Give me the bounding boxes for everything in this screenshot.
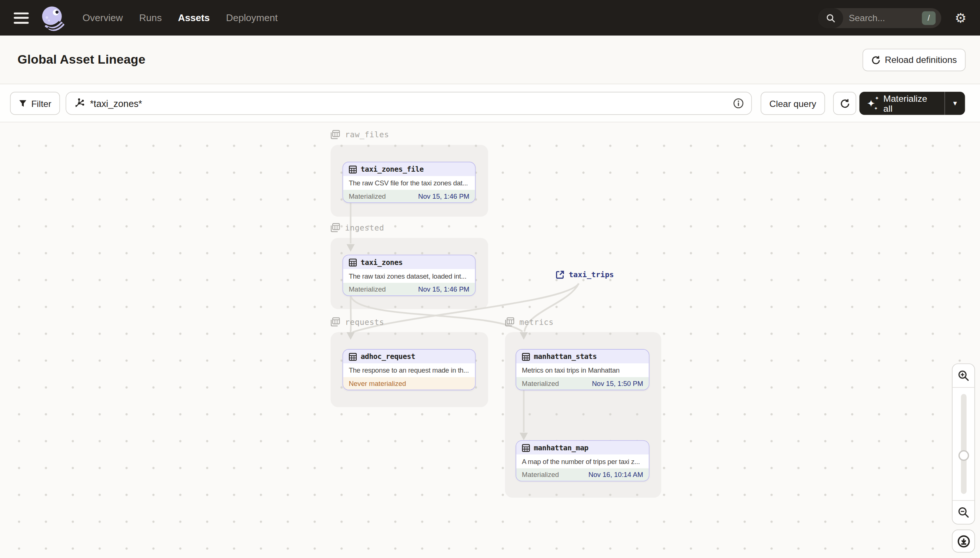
zoom-slider[interactable]	[953, 388, 975, 500]
filter-button[interactable]: Filter	[10, 92, 60, 115]
refresh-icon	[840, 98, 850, 108]
sparkles-icon: ✦✦✦	[867, 98, 878, 109]
asset-status-time[interactable]: Nov 16, 10:14 AM	[588, 471, 643, 478]
search-shortcut-badge: /	[922, 11, 936, 25]
page-title: Global Asset Lineage	[17, 53, 145, 67]
zoom-panel	[952, 363, 975, 524]
asset-graph-icon	[74, 98, 84, 109]
group-name: metrics	[519, 317, 553, 327]
table-icon	[522, 353, 530, 361]
asset-name: adhoc_request	[361, 352, 415, 361]
table-icon	[522, 444, 530, 452]
nav-assets[interactable]: Assets	[178, 12, 210, 23]
nav-runs[interactable]: Runs	[139, 12, 162, 23]
info-icon[interactable]	[733, 98, 744, 109]
search-input[interactable]: Search... /	[818, 8, 941, 28]
asset-description: The response to an request made in th...	[343, 363, 475, 377]
materialize-all-split-button: ✦✦✦ Materialize all ▼	[859, 92, 965, 115]
clear-query-label: Clear query	[769, 98, 816, 108]
asset-name: manhattan_map	[534, 443, 588, 452]
asset-description: The raw taxi zones dataset, loaded int..…	[343, 269, 475, 283]
asset-node-taxi-zones-file[interactable]: taxi_zones_file The raw CSV file for the…	[343, 162, 476, 203]
page-header: Global Asset Lineage Reload definitions	[0, 36, 980, 84]
search-placeholder: Search...	[849, 13, 885, 23]
asset-status: Materialized	[349, 192, 386, 200]
table-icon	[349, 165, 357, 173]
table-icon	[349, 258, 357, 266]
asset-status: Materialized	[349, 285, 386, 293]
download-icon	[957, 534, 970, 548]
zoom-in-icon	[957, 370, 969, 381]
zoom-slider-handle[interactable]	[958, 450, 969, 461]
asset-status: Materialized	[522, 471, 559, 478]
funnel-icon	[19, 99, 27, 107]
table-icon	[349, 353, 357, 361]
primary-nav: Overview Runs Assets Deployment	[82, 12, 278, 23]
layered-table-icon	[331, 223, 340, 232]
reload-definitions-label: Reload definitions	[885, 55, 957, 65]
group-label-ingested[interactable]: ingested	[331, 223, 384, 232]
app-window: Overview Runs Assets Deployment Search..…	[0, 0, 980, 558]
materialize-all-button[interactable]: ✦✦✦ Materialize all	[859, 92, 944, 115]
asset-status: Never materialized	[349, 380, 406, 387]
external-link-icon	[555, 271, 565, 279]
asset-status-time[interactable]: Nov 15, 1:46 PM	[418, 285, 469, 293]
lineage-toolbar: Filter Clear query ✦✦✦ Materialize all	[0, 84, 980, 123]
nav-overview[interactable]: Overview	[82, 12, 123, 23]
search-icon	[818, 8, 843, 28]
asset-status: Materialized	[522, 380, 559, 387]
asset-node-manhattan-stats[interactable]: manhattan_stats Metrics on taxi trips in…	[516, 349, 649, 390]
refresh-icon	[871, 55, 880, 64]
lineage-canvas[interactable]: raw_files ingested requests metrics taxi…	[0, 123, 980, 558]
download-view-button[interactable]	[952, 530, 975, 553]
group-name: ingested	[345, 223, 384, 232]
group-name: requests	[345, 317, 384, 327]
zoom-out-icon	[957, 507, 969, 519]
asset-node-manhattan-map[interactable]: manhattan_map A map of the number of tri…	[516, 440, 649, 481]
group-label-requests[interactable]: requests	[331, 317, 384, 327]
asset-status-time[interactable]: Nov 15, 1:50 PM	[592, 380, 643, 387]
asset-description: The raw CSV file for the taxi zones dat.…	[343, 176, 475, 190]
layered-table-icon	[505, 317, 514, 327]
asset-name: taxi_zones	[361, 258, 403, 267]
asset-description: A map of the number of trips per taxi z.…	[516, 455, 649, 468]
asset-status-time[interactable]: Nov 15, 1:46 PM	[418, 192, 469, 200]
group-name: raw_files	[345, 130, 389, 139]
nav-deployment[interactable]: Deployment	[226, 12, 278, 23]
filter-label: Filter	[31, 98, 51, 108]
gear-icon[interactable]: ⚙	[941, 0, 980, 36]
menu-icon[interactable]	[14, 12, 29, 23]
group-label-metrics[interactable]: metrics	[505, 317, 554, 327]
asset-name: manhattan_stats	[534, 352, 597, 361]
layered-table-icon	[331, 130, 340, 139]
reload-definitions-button[interactable]: Reload definitions	[862, 49, 965, 71]
clear-query-button[interactable]: Clear query	[761, 92, 825, 115]
materialize-options-caret[interactable]: ▼	[944, 92, 965, 115]
asset-node-adhoc-request[interactable]: adhoc_request The response to an request…	[343, 349, 476, 390]
zoom-out-button[interactable]	[953, 500, 975, 524]
lineage-edges	[0, 123, 980, 558]
asset-description: Metrics on taxi trips in Manhattan	[516, 363, 649, 377]
materialize-all-label: Materialize all	[883, 93, 937, 113]
asset-query-box	[66, 92, 752, 115]
layered-table-icon	[331, 317, 340, 327]
asset-node-taxi-zones[interactable]: taxi_zones The raw taxi zones dataset, l…	[343, 255, 476, 296]
refresh-graph-button[interactable]	[833, 92, 856, 115]
asset-name: taxi_zones_file	[361, 165, 424, 174]
zoom-slider-track[interactable]	[961, 394, 966, 494]
asset-selection-input[interactable]	[90, 98, 733, 109]
external-asset-name: taxi_trips	[569, 271, 614, 279]
external-asset-taxi-trips[interactable]: taxi_trips	[555, 271, 614, 279]
group-label-raw-files[interactable]: raw_files	[331, 130, 389, 139]
top-nav: Overview Runs Assets Deployment Search..…	[0, 0, 980, 36]
dagster-logo-icon[interactable]	[40, 5, 66, 31]
zoom-in-button[interactable]	[953, 364, 975, 388]
